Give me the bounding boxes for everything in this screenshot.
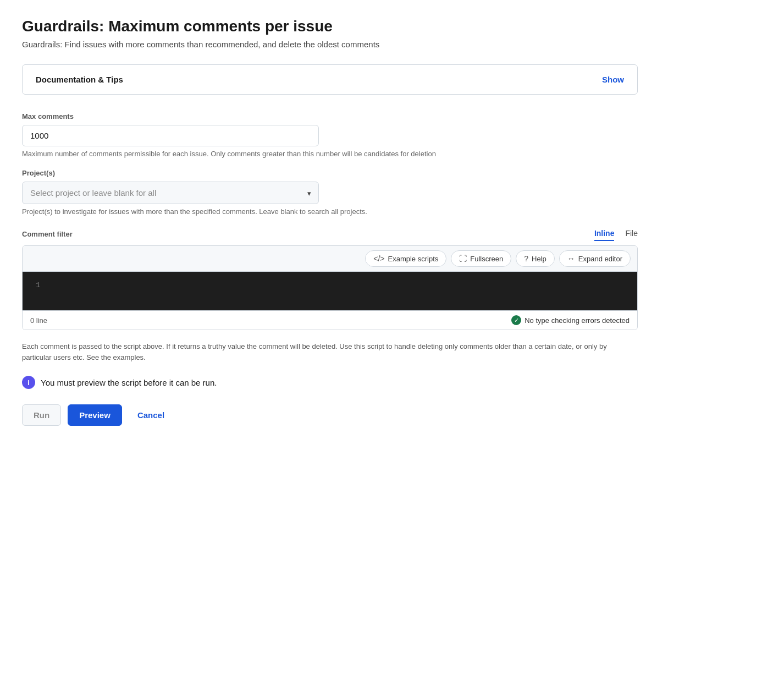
cancel-button[interactable]: Cancel [129,405,173,425]
type-check-status: ✓ No type checking errors detected [511,315,630,325]
preview-button[interactable]: Preview [68,404,122,426]
editor-footer: 0 line ✓ No type checking errors detecte… [23,310,637,330]
type-check-label: No type checking errors detected [524,316,630,325]
comment-filter-group: Comment filter Inline File </> Example s… [22,227,638,330]
code-content[interactable] [49,278,637,304]
info-icon: i [22,376,35,389]
expand-editor-button[interactable]: ↔ Expand editor [559,250,631,267]
tab-inline[interactable]: Inline [594,227,615,241]
example-scripts-button[interactable]: </> Example scripts [365,250,446,267]
line-numbers: 1 [23,278,49,304]
script-hint: Each comment is passed to the script abo… [22,341,638,363]
example-scripts-label: Example scripts [388,255,439,263]
fullscreen-icon: ⛶ [459,254,467,263]
tab-file[interactable]: File [625,227,638,241]
projects-group: Project(s) Select project or leave blank… [22,169,638,216]
editor-toolbar: </> Example scripts ⛶ Fullscreen ? Help … [23,246,637,272]
projects-label: Project(s) [22,169,638,177]
expand-editor-label: Expand editor [578,255,622,263]
comment-filter-label: Comment filter [22,230,73,238]
run-button[interactable]: Run [22,404,61,426]
fullscreen-button[interactable]: ⛶ Fullscreen [451,250,511,267]
show-docs-button[interactable]: Show [602,75,624,84]
help-button[interactable]: ? Help [516,250,555,267]
doc-box-title: Documentation & Tips [36,75,123,84]
code-area: 1 [23,272,637,310]
info-banner: i You must preview the script before it … [22,376,638,389]
action-buttons: Run Preview Cancel [22,404,638,426]
documentation-box: Documentation & Tips Show [22,64,638,95]
projects-hint: Project(s) to investigate for issues wit… [22,207,638,216]
expand-icon: ↔ [567,254,575,263]
projects-select[interactable]: Select project or leave blank for all [22,182,319,204]
info-message: You must preview the script before it ca… [41,378,217,387]
max-comments-input[interactable] [22,125,319,146]
max-comments-hint: Maximum number of comments permissible f… [22,150,638,158]
code-icon: </> [373,254,384,263]
projects-select-wrapper: Select project or leave blank for all ▾ [22,182,319,204]
fullscreen-label: Fullscreen [470,255,503,263]
check-circle-icon: ✓ [511,315,521,325]
page-subtitle: Guardrails: Find issues with more commen… [22,40,638,49]
editor-tab-group: Inline File [583,227,638,241]
line-count: 0 line [30,316,47,325]
help-label: Help [532,255,546,263]
max-comments-group: Max comments Maximum number of comments … [22,112,638,158]
help-icon: ? [524,254,528,263]
max-comments-label: Max comments [22,112,638,120]
comment-filter-header: Comment filter Inline File [22,227,638,241]
page-title: Guardrails: Maximum comments per issue [22,18,638,35]
code-editor-container: </> Example scripts ⛶ Fullscreen ? Help … [22,245,638,330]
